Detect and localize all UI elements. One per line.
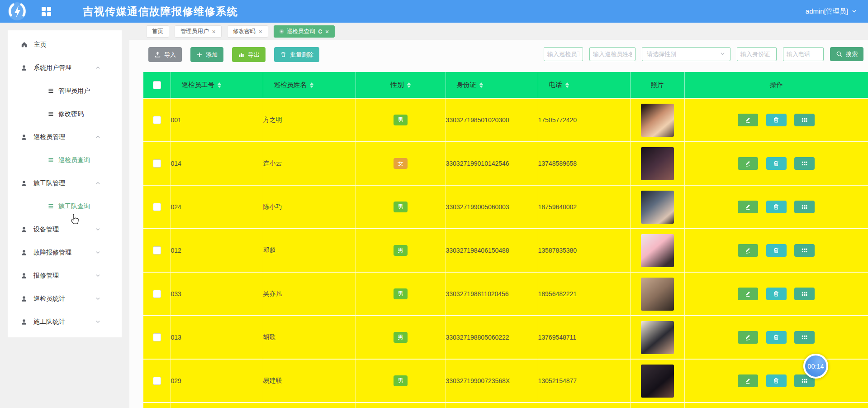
row-checkbox[interactable] (153, 246, 161, 254)
tab[interactable]: 巡检员查询 C × (274, 25, 335, 38)
row-checkbox[interactable] (153, 333, 161, 341)
worker-id-filter-input[interactable] (544, 47, 583, 61)
inspector-photo[interactable] (641, 191, 674, 224)
inspector-photo[interactable] (641, 365, 674, 398)
gender-select[interactable]: 请选择性别 (642, 47, 730, 61)
chevron-down-icon (720, 51, 726, 58)
worker-id-cell: 014 (171, 160, 181, 167)
column-header[interactable]: 电话 (538, 72, 630, 98)
tab-label: 修改密码 (233, 28, 256, 35)
edit-button[interactable] (738, 331, 758, 344)
edit-button[interactable] (738, 244, 758, 257)
detail-grid-button[interactable] (794, 201, 815, 213)
close-icon[interactable]: × (212, 29, 216, 35)
apps-grid-icon[interactable] (42, 7, 51, 16)
tab[interactable]: 修改密码 × (227, 25, 268, 38)
user-menu[interactable]: admin[管理员] (806, 0, 857, 23)
inspector-photo[interactable] (641, 278, 674, 311)
name-cell: 方之明 (263, 116, 282, 123)
brand-logo-icon[interactable] (7, 1, 27, 21)
column-header[interactable]: 巡检员姓名 (263, 72, 356, 98)
name-filter-input[interactable] (589, 47, 636, 61)
inspector-photo[interactable] (641, 321, 674, 354)
delete-button[interactable] (766, 114, 787, 126)
row-checkbox[interactable] (153, 116, 161, 124)
add-button[interactable]: 添加 (190, 47, 223, 62)
import-button[interactable]: 导入 (148, 47, 182, 62)
column-header[interactable]: 巡检员工号 (171, 72, 263, 98)
sidebar-item-label: 报修管理 (33, 272, 59, 280)
sort-icon[interactable] (565, 82, 569, 88)
delete-button[interactable] (766, 244, 787, 257)
sidebar-item[interactable]: 巡检员管理 (8, 125, 122, 149)
table-row: 013 胡歌 男 330327198805060222 13769548711 (143, 316, 868, 359)
sidebar-item[interactable]: 施工队统计 (8, 310, 122, 333)
delete-button[interactable] (766, 288, 787, 300)
refresh-icon[interactable]: C (318, 29, 322, 35)
detail-grid-button[interactable] (794, 288, 815, 300)
column-header[interactable]: 身份证 (446, 72, 538, 98)
close-icon[interactable]: × (259, 29, 262, 35)
sidebar-item[interactable]: 巡检员查询 (8, 149, 122, 172)
sort-icon[interactable] (479, 82, 483, 88)
delete-button[interactable] (766, 201, 787, 213)
sidebar-item[interactable]: 报修管理 (8, 264, 122, 287)
user-icon (20, 64, 28, 72)
sidebar-item[interactable]: 修改密码 (8, 102, 122, 125)
sidebar-item-label: 主页 (34, 41, 47, 49)
sidebar-item[interactable]: 施工队查询 (8, 195, 122, 218)
user-icon (20, 272, 28, 279)
phone-filter-input[interactable] (783, 47, 824, 61)
edit-button[interactable] (738, 201, 758, 213)
sidebar-item[interactable]: 管理员用户 (8, 79, 122, 102)
delete-button[interactable] (766, 157, 787, 170)
delete-button[interactable] (766, 374, 787, 387)
table-row (143, 403, 868, 408)
batch-delete-button[interactable]: 批量删除 (274, 47, 319, 62)
id-card-filter-input[interactable] (737, 47, 777, 61)
select-all-checkbox[interactable] (153, 81, 161, 89)
sort-icon[interactable] (218, 82, 221, 88)
inspector-photo[interactable] (641, 234, 674, 267)
edit-button[interactable] (738, 114, 758, 126)
delete-button[interactable] (766, 331, 787, 344)
row-checkbox[interactable] (153, 203, 161, 211)
edit-button[interactable] (738, 288, 758, 300)
sidebar-item[interactable]: 主页 (8, 33, 122, 56)
app-header: 吉视传媒通信故障报修维修系统 admin[管理员] (0, 0, 868, 23)
edit-button[interactable] (738, 157, 758, 170)
filter-bar: 请选择性别 搜索 (544, 47, 863, 61)
chevron-up-icon (95, 180, 101, 186)
row-checkbox[interactable] (153, 159, 161, 168)
id-card-cell: 330327199010142546 (446, 160, 509, 167)
inspector-photo[interactable] (641, 104, 674, 137)
inspector-photo[interactable] (641, 147, 674, 180)
column-header-label: 操作 (770, 81, 783, 88)
column-header-label: 巡检员工号 (182, 81, 215, 88)
sidebar-item[interactable]: 设备管理 (8, 218, 122, 241)
sidebar-item[interactable]: 故障报修管理 (8, 241, 122, 264)
column-header[interactable]: 性别 (356, 72, 446, 98)
detail-grid-button[interactable] (794, 157, 815, 170)
phone-cell: 13052154877 (538, 377, 577, 384)
sort-icon[interactable] (407, 82, 411, 88)
search-button[interactable]: 搜索 (830, 47, 863, 61)
row-checkbox[interactable] (153, 377, 161, 385)
row-checkbox[interactable] (153, 290, 161, 298)
tab[interactable]: 管理员用户 × (175, 25, 222, 38)
close-icon[interactable]: × (325, 29, 329, 35)
detail-grid-button[interactable] (794, 244, 815, 257)
sidebar-item[interactable]: 施工队管理 (8, 172, 122, 195)
select-all-header (143, 72, 171, 98)
detail-grid-button[interactable] (794, 331, 815, 344)
tab[interactable]: 首页 (146, 25, 169, 38)
export-button[interactable]: 导出 (232, 47, 266, 62)
gender-badge: 男 (394, 115, 408, 126)
sort-icon[interactable] (310, 82, 313, 88)
user-name: admin[管理员] (806, 7, 848, 16)
detail-grid-button[interactable] (794, 114, 815, 126)
sidebar-item[interactable]: 巡检员统计 (8, 287, 122, 310)
sidebar-item[interactable]: 系统用户管理 (8, 56, 122, 79)
user-icon (20, 134, 28, 141)
edit-button[interactable] (738, 374, 758, 387)
